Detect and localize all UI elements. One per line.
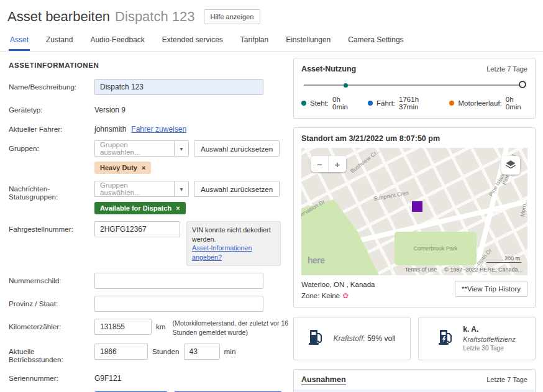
groups-row: Gruppen: Gruppen auswählen... ▾ Auswahl … — [9, 140, 282, 174]
engine-hours-label: Aktuelle Betriebsstunden: — [9, 344, 94, 363]
terms-link[interactable]: Terms of use — [405, 267, 437, 273]
groups-select[interactable]: Gruppen auswählen... ▾ — [94, 140, 189, 157]
legend-idle-label: Motorleerlauf: — [458, 99, 501, 107]
address-text: Waterloo, ON , Kanada — [301, 281, 375, 288]
serial-value: G9F121 — [94, 370, 121, 383]
vin-info-link[interactable]: Asset-Informationen angeben? — [192, 244, 252, 261]
location-card: Standort am 3/21/2022 um 8:07:50 pm Corn… — [293, 127, 536, 308]
name-row: Name/Beschreibung: — [9, 79, 282, 95]
asset-summary-column: Asset-Nutzung Letzte 7 Tage Steht: 0h 0m… — [293, 58, 536, 392]
tab-bar: Asset Zustand Audio-Feedback Extended se… — [0, 30, 543, 52]
legend-stopped-value: 0h 0min — [332, 96, 355, 111]
page-subtitle: Dispatch 123 — [115, 9, 194, 25]
location-footer: Waterloo, ON , Kanada Zone: Keine ✿ **Vi… — [301, 281, 527, 300]
vin-warning-box: VIN konnte nicht dekodiert werden. Asset… — [186, 221, 281, 266]
slider-track — [304, 84, 525, 86]
message-groups-row: Nachrichten-Statusgruppen: Gruppen auswä… — [9, 181, 282, 214]
slider-handle[interactable] — [519, 81, 526, 88]
plate-row: Nummernschild: — [9, 273, 282, 289]
copyright-text: © 1987–2022 HERE, Canada... — [444, 267, 522, 273]
section-title: ASSETINFORMATIONEN — [9, 62, 282, 69]
chevron-down-icon[interactable]: ▾ — [174, 181, 189, 197]
vin-row: Fahrgestellnummer: VIN konnte nicht deko… — [9, 221, 282, 266]
tab-camera-settings[interactable]: Camera Settings — [347, 30, 404, 51]
tab-einstellungen[interactable]: Einstellungen — [285, 30, 332, 51]
park-label: Cornerbrook Park — [413, 245, 457, 252]
exception-row[interactable]: Speeding - 2 Mal — [294, 390, 535, 392]
status-chip-available: Available for Dispatch × — [94, 202, 186, 214]
legend-stopped-label: Steht: — [310, 99, 329, 107]
legend-driving-value: 1761h 37min — [399, 96, 437, 111]
tab-asset[interactable]: Asset — [9, 30, 30, 51]
map-scale: 200 m — [486, 255, 521, 263]
serial-label: Seriennummer: — [9, 370, 94, 382]
province-label: Provinz / Staat: — [9, 296, 94, 308]
exceptions-list: Speeding - 2 Mal Early Leave - 1 Mal — [294, 390, 535, 392]
name-input[interactable] — [94, 79, 263, 95]
group-chip-label: Heavy Duty — [100, 164, 137, 171]
device-type-label: Gerätetyp: — [9, 102, 94, 114]
engine-minutes-input[interactable] — [184, 344, 220, 360]
device-type-row: Gerätetyp: Version 9 — [9, 102, 282, 114]
zoom-in-button[interactable]: + — [329, 156, 346, 172]
odometer-input[interactable] — [94, 319, 152, 335]
here-logo: here — [308, 255, 325, 265]
usage-period: Letzte 7 Tage — [486, 65, 527, 73]
map-attribution: Terms of use © 1987–2022 HERE, Canada... — [405, 267, 522, 273]
device-type-value: Version 9 — [94, 102, 125, 114]
fuel-pump-icon — [308, 328, 324, 349]
vehicle-marker[interactable] — [412, 201, 422, 212]
tab-audio-feedback[interactable]: Audio-Feedback — [89, 30, 145, 51]
engine-hours-input[interactable] — [94, 344, 148, 360]
fuel-efficiency-icon — [438, 328, 454, 349]
exceptions-period: Letzte 7 Tage — [486, 376, 527, 383]
fuel-summary-row: Kraftstoff: 59% voll k. A. Krafts — [293, 317, 536, 360]
tab-zustand[interactable]: Zustand — [45, 30, 74, 51]
fuel-value: 59% voll — [367, 334, 395, 343]
legend-idle-value: 0h 0min — [506, 96, 527, 111]
view-trip-history-button[interactable]: **View Trip History — [455, 281, 527, 297]
map-zoom-control: − + — [311, 156, 346, 172]
chevron-down-icon[interactable]: ▾ — [174, 140, 189, 157]
province-row: Provinz / Staat: — [9, 296, 282, 312]
stopped-dot-icon — [301, 101, 306, 106]
vin-input[interactable] — [94, 221, 180, 237]
groups-reset-button[interactable]: Auswahl zurücksetzen — [194, 140, 280, 157]
map-park-cornerbrook: Cornerbrook Park — [395, 232, 477, 265]
usage-title: Asset-Nutzung — [301, 65, 356, 73]
map-canvas[interactable]: Cornerbrook Park Bushview Cr... Pinebroo… — [301, 148, 527, 275]
message-groups-select[interactable]: Gruppen auswählen... ▾ — [94, 181, 189, 197]
message-groups-label: Nachrichten-Statusgruppen: — [9, 181, 94, 201]
tab-tarifplan[interactable]: Tarifplan — [239, 30, 270, 51]
page-title: Asset bearbeiten — [7, 9, 110, 25]
usage-data-point — [344, 83, 348, 88]
groups-select-placeholder[interactable]: Gruppen auswählen... — [94, 140, 174, 157]
legend-driving: Fährt: 1761h 37min — [368, 96, 437, 111]
street-label: Sunpoint Cres — [373, 189, 409, 202]
tab-extended-services[interactable]: Extended services — [161, 30, 224, 51]
status-chip-label: Available for Dispatch — [100, 204, 171, 212]
map-layers-button[interactable] — [501, 156, 520, 175]
plate-input[interactable] — [94, 273, 263, 289]
street-label: Bushview Cr... — [349, 148, 381, 175]
page-header: Asset bearbeiten Dispatch 123 Hilfe anze… — [0, 0, 543, 30]
province-input[interactable] — [94, 296, 263, 312]
driving-dot-icon — [368, 101, 373, 106]
help-button[interactable]: Hilfe anzeigen — [204, 9, 261, 24]
usage-slider — [304, 81, 525, 89]
assign-driver-link[interactable]: Fahrer zuweisen — [131, 125, 186, 134]
remove-chip-icon[interactable]: × — [176, 204, 180, 212]
remove-chip-icon[interactable]: × — [142, 164, 145, 171]
message-groups-reset-button[interactable]: Auswahl zurücksetzen — [194, 181, 280, 197]
idle-dot-icon — [449, 101, 454, 106]
driver-value: johnsmith — [94, 121, 126, 134]
engine-hours-row: Aktuelle Betriebsstunden: Stunden min — [9, 344, 282, 363]
usage-legend: Steht: 0h 0min Fährt: 1761h 37min Motorl… — [301, 96, 527, 111]
group-chip-heavy-duty: Heavy Duty × — [94, 162, 151, 174]
zoom-out-button[interactable]: − — [311, 156, 329, 172]
legend-idle: Motorleerlauf: 0h 0min — [449, 96, 527, 111]
groups-label: Gruppen: — [9, 140, 94, 152]
exceptions-card: Ausnahmen Letzte 7 Tage Speeding - 2 Mal… — [293, 369, 536, 392]
message-groups-select-placeholder[interactable]: Gruppen auswählen... — [94, 181, 174, 197]
fuel-label: Kraftstoff: — [333, 334, 365, 343]
